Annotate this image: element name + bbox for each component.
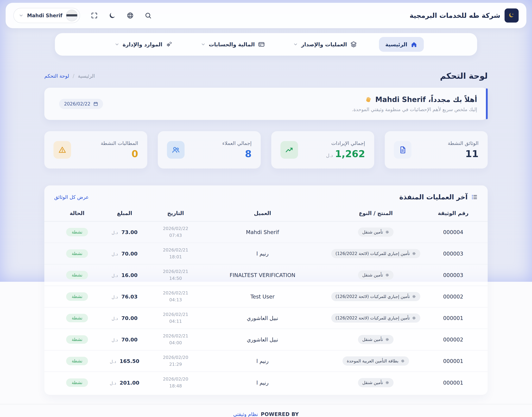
breadcrumb: الرئيسية / لوحة التحكم <box>44 73 95 79</box>
product-cell: تأمين شنقل <box>323 378 429 387</box>
stat-label: المطالبات النشطة <box>101 140 138 146</box>
nav-item-finance[interactable]: المالية والحسابات <box>194 37 271 52</box>
customer-name: نبيل العاشوري <box>202 315 323 321</box>
date-value: 2026/02/21 <box>149 290 202 297</box>
product-name: تأمين إجباري للمركبات (لائحة 126/2022) <box>335 294 410 299</box>
status-cell: نشطة <box>54 249 100 258</box>
breadcrumb-current[interactable]: لوحة التحكم <box>44 73 69 79</box>
product-cell: تأمين إجباري للمركبات (لائحة 126/2022) <box>323 249 429 258</box>
user-menu[interactable]: Mahdi Sherif <box>13 8 80 23</box>
product-cell: تأمين شنقل <box>323 271 429 280</box>
gear-icon <box>401 359 405 363</box>
gear-icon <box>385 273 389 277</box>
product-badge: تأمين إجباري للمركبات (لائحة 126/2022) <box>331 292 421 301</box>
stat-card-active-documents: الوثائق النشطة 11 <box>385 131 488 168</box>
breadcrumb-separator: / <box>73 73 74 79</box>
chevron-down-icon <box>293 42 298 47</box>
product-name: تأمين شنقل <box>362 230 383 235</box>
date-cell: 2026/02/21 04:11 <box>149 311 202 325</box>
home-icon <box>411 41 417 48</box>
time-value: 07:43 <box>149 232 202 239</box>
date-cell: 2026/02/20 18:48 <box>149 376 202 389</box>
stat-value: 0 <box>131 148 138 159</box>
product-cell: تأمين شنقل <box>323 335 429 344</box>
gear-icon <box>385 230 389 234</box>
fullscreen-icon[interactable] <box>90 12 98 19</box>
currency-label: د.ل <box>326 153 333 158</box>
product-name: بطاقة التأمين العربية الموحدة <box>347 359 399 364</box>
date-value: 2026/02/21 <box>149 268 202 275</box>
welcome-subtitle: إليك ملخص سريع لأهم الإحصائيات في منظومة… <box>55 107 477 112</box>
date-value: 2026/02/21 <box>149 311 202 318</box>
moon-icon[interactable] <box>109 12 116 19</box>
amount-cell: 16.00 د.ل <box>100 272 149 278</box>
globe-icon[interactable] <box>127 12 134 19</box>
calendar-icon <box>93 101 98 106</box>
status-badge: نشطة <box>66 357 88 365</box>
time-value: 04:11 <box>149 318 202 325</box>
time-value: 04:00 <box>149 340 202 346</box>
gear-icon <box>412 316 416 320</box>
currency-label: د.ل <box>110 359 116 364</box>
gears-icon <box>166 41 173 48</box>
date-value: 2026/02/21 <box>149 333 202 340</box>
date-cell: 2026/02/21 14:50 <box>149 268 202 282</box>
time-value: 18:48 <box>149 383 202 389</box>
amount-cell: 76.03 د.ل <box>100 293 149 300</box>
product-badge: تأمين شنقل <box>358 228 393 237</box>
product-badge: تأمين إجباري للمركبات (لائحة 126/2022) <box>331 249 421 258</box>
status-badge: نشطة <box>66 292 88 301</box>
col-amount: المبلغ <box>100 206 149 221</box>
main-nav: الرئيسية العمليات والإصدار المالية والحس… <box>55 33 477 56</box>
nav-label: الرئيسية <box>385 42 407 48</box>
table-row: 000003 تأمين إجباري للمركبات (لائحة 126/… <box>44 243 488 264</box>
breadcrumb-home[interactable]: الرئيسية <box>78 73 95 79</box>
amount-value: 73.00 <box>121 229 138 235</box>
document-number: 000001 <box>429 315 478 321</box>
gear-icon <box>385 337 389 342</box>
status-cell: نشطة <box>54 228 100 236</box>
currency-label: د.ل <box>111 338 118 343</box>
stat-label: إجمالي العملاء <box>222 140 251 146</box>
document-number: 000002 <box>429 293 478 300</box>
stat-card-total-revenue: إجمالي الإيرادات 1,262 د.ل <box>271 131 374 168</box>
document-number: 000001 <box>429 358 478 364</box>
nav-item-resources[interactable]: الموارد والإدارة <box>108 37 179 52</box>
chevron-down-icon <box>19 13 24 18</box>
view-all-documents-link[interactable]: عرض كل الوثائق <box>54 194 89 200</box>
customer-name: Mahdi Sherif <box>202 229 323 235</box>
gear-icon <box>385 381 389 385</box>
status-badge: نشطة <box>66 314 88 322</box>
main-content: لوحة التحكم الرئيسية / لوحة التحكم أهلاً… <box>44 71 488 395</box>
chevron-down-icon <box>115 42 120 47</box>
product-name: تأمين شنقل <box>362 337 383 342</box>
table-title: آخر العمليات المنفذة <box>399 193 468 201</box>
col-document-number: رقم الوثيقة <box>429 206 478 221</box>
nav-label: الموارد والإدارة <box>123 42 162 48</box>
document-number: 000002 <box>429 336 478 343</box>
list-icon <box>471 194 478 200</box>
customer-name: نبيل العاشوري <box>202 336 323 343</box>
nav-label: العمليات والإصدار <box>301 42 347 48</box>
system-brand-link[interactable]: نظام وثيقتي <box>233 411 258 417</box>
date-cell: 2026/02/21 18:01 <box>149 247 202 261</box>
status-badge: نشطة <box>66 378 88 387</box>
search-icon[interactable] <box>144 12 152 19</box>
app-header: شركة طه للخدمات البرمجية Mahdi Sherif <box>6 3 526 28</box>
product-name: تأمين إجباري للمركبات (لائحة 126/2022) <box>335 316 410 321</box>
header-controls: Mahdi Sherif <box>13 8 152 23</box>
nav-item-operations[interactable]: العمليات والإصدار <box>287 37 363 52</box>
status-cell: نشطة <box>54 314 100 322</box>
status-badge: نشطة <box>66 271 88 279</box>
status-cell: نشطة <box>54 335 100 344</box>
amount-value: 70.00 <box>121 315 138 321</box>
nav-item-home[interactable]: الرئيسية <box>379 37 424 52</box>
wave-hand-icon <box>365 96 372 103</box>
amount-value: 201.00 <box>120 380 139 386</box>
status-badge: نشطة <box>66 249 88 258</box>
document-icon <box>394 141 412 159</box>
user-name: Mahdi Sherif <box>27 13 62 19</box>
brand: شركة طه للخدمات البرمجية <box>410 9 519 22</box>
date-cell: 2026/02/21 04:13 <box>149 290 202 303</box>
date-value: 2026/02/20 <box>149 354 202 361</box>
